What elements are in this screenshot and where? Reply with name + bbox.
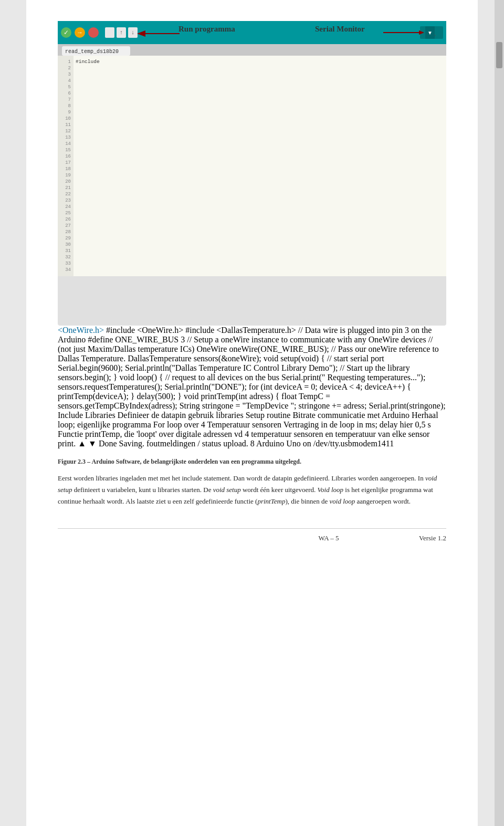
svg-text:9: 9 <box>68 110 71 115</box>
arduino-ide-screenshot: ✓ → ↑ ↓ Run programma Serial Monitor 🔍 <box>58 21 446 448</box>
svg-text:✓: ✓ <box>64 29 69 36</box>
svg-text:1: 1 <box>68 59 71 65</box>
svg-text:20: 20 <box>65 179 71 184</box>
svg-text:18: 18 <box>65 166 71 172</box>
svg-text:21: 21 <box>65 185 71 191</box>
svg-text:16: 16 <box>65 154 71 159</box>
version-label: Versie 1.2 <box>419 534 446 542</box>
svg-text:Serial Monitor: Serial Monitor <box>315 25 365 33</box>
svg-text:13: 13 <box>65 135 71 140</box>
svg-rect-7 <box>105 27 114 38</box>
svg-text:#include: #include <box>76 59 100 65</box>
svg-text:7: 7 <box>68 97 71 102</box>
svg-text:19: 19 <box>65 173 71 178</box>
body-paragraph-1: Eerst worden libraries ingeladen met met… <box>58 473 446 507</box>
svg-rect-27 <box>58 56 446 276</box>
svg-text:30: 30 <box>65 242 71 247</box>
svg-text:28: 28 <box>65 229 71 235</box>
scrollbar[interactable] <box>495 0 504 826</box>
figure-caption: Figuur 2.3 – Arduino Software, de belang… <box>58 457 446 466</box>
svg-text:2: 2 <box>68 66 71 71</box>
svg-text:24: 24 <box>65 204 71 210</box>
svg-text:4: 4 <box>68 78 71 83</box>
svg-text:23: 23 <box>65 198 71 203</box>
svg-text:32: 32 <box>65 255 71 260</box>
svg-text:12: 12 <box>65 129 71 134</box>
svg-text:14: 14 <box>65 141 71 147</box>
svg-text:34: 34 <box>65 267 71 273</box>
svg-text:17: 17 <box>65 160 71 165</box>
svg-text:3: 3 <box>68 72 71 77</box>
svg-text:↑: ↑ <box>120 29 123 35</box>
svg-text:15: 15 <box>65 148 71 153</box>
svg-text:29: 29 <box>65 236 71 241</box>
svg-text:27: 27 <box>65 223 71 228</box>
svg-text:read_temp_ds18b20: read_temp_ds18b20 <box>65 49 119 55</box>
svg-text:5: 5 <box>68 85 71 90</box>
svg-text:31: 31 <box>65 248 71 254</box>
svg-text:10: 10 <box>65 116 71 121</box>
page-number: WA – 5 <box>238 534 419 542</box>
svg-text:Run programma: Run programma <box>178 25 235 33</box>
ide-svg: ✓ → ↑ ↓ Run programma Serial Monitor 🔍 <box>58 21 446 326</box>
svg-point-6 <box>88 27 99 38</box>
scrollbar-thumb[interactable] <box>496 42 502 68</box>
svg-text:↓: ↓ <box>131 29 134 35</box>
figure-caption-text: Figuur 2.3 – Arduino Software, de belang… <box>58 458 301 465</box>
svg-text:6: 6 <box>68 91 71 96</box>
page-footer: WA – 5 Versie 1.2 <box>58 528 446 542</box>
svg-text:25: 25 <box>65 211 71 216</box>
svg-text:22: 22 <box>65 192 71 197</box>
svg-text:33: 33 <box>65 261 71 266</box>
svg-text:8: 8 <box>68 103 71 109</box>
svg-text:26: 26 <box>65 217 71 222</box>
svg-text:→: → <box>77 29 83 36</box>
svg-text:11: 11 <box>65 122 71 128</box>
page: ✓ → ↑ ↓ Run programma Serial Monitor 🔍 <box>26 0 478 826</box>
svg-text:▼: ▼ <box>427 30 433 36</box>
